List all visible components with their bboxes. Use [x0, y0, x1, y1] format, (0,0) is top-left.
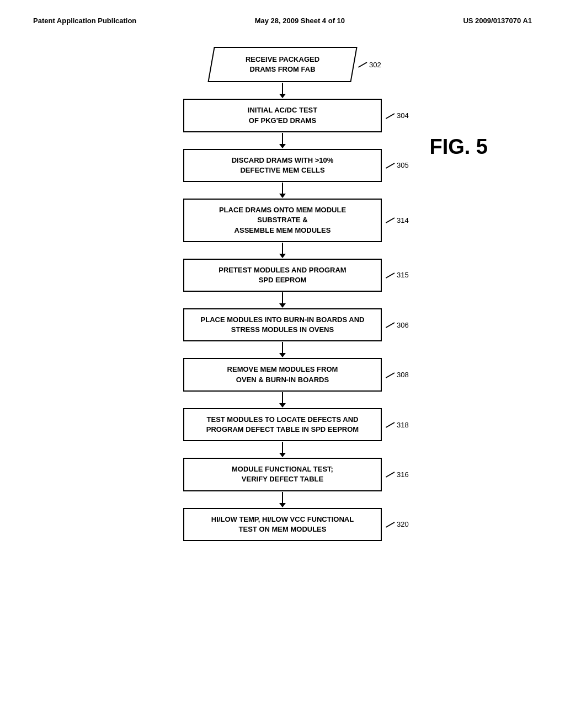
step-label-step5: 315: [385, 271, 409, 279]
box-step3: DISCARD DRAMS WITH >10%DEFECTIVE MEM CEL…: [183, 149, 382, 182]
header-right: US 2009/0137070 A1: [463, 17, 532, 25]
arrow-down: [279, 83, 286, 98]
arrow-line: [282, 392, 283, 403]
step-row-4: PLACE DRAMS ONTO MEM MODULESUBSTRATE &AS…: [33, 199, 532, 242]
arrow-3: [279, 182, 286, 199]
arrow-down: [279, 292, 286, 308]
arrow-head: [279, 503, 286, 507]
arrow-down: [279, 442, 286, 457]
arrow-head: [279, 254, 286, 258]
arrow-down: [279, 183, 286, 198]
step-label-step7: 308: [385, 371, 409, 379]
arrow-down: [279, 492, 286, 507]
arrow-9: [279, 491, 286, 508]
arrow-head: [279, 94, 286, 98]
arrow-1: [279, 82, 286, 99]
step-label-step2: 304: [385, 111, 409, 120]
step-row-6: PLACE MODULES INTO BURN-IN BOARDS ANDSTR…: [33, 308, 532, 341]
arrow-line: [282, 83, 283, 94]
arrow-8: [279, 441, 286, 458]
page: Patent Application Publication May 28, 2…: [0, 0, 565, 728]
arrow-line: [282, 243, 283, 254]
box-step8: TEST MODULES TO LOCATE DEFECTS ANDPROGRA…: [183, 408, 382, 441]
step-row-3: DISCARD DRAMS WITH >10%DEFECTIVE MEM CEL…: [33, 149, 532, 182]
box-text-step1: RECEIVE PACKAGEDDRAMS FROM FAB: [228, 55, 337, 74]
arrow-head: [279, 403, 286, 408]
step-row-7: REMOVE MEM MODULES FROMOVEN & BURN-IN BO…: [33, 358, 532, 391]
flow-wrapper: RECEIVE PACKAGEDDRAMS FROM FAB302 INITIA…: [33, 47, 532, 541]
arrow-6: [279, 341, 286, 358]
box-step2: INITIAL AC/DC TESTOF PKG'ED DRAMS: [183, 99, 382, 132]
step-label-step1: 302: [357, 61, 381, 69]
box-step10: HI/LOW TEMP, HI/LOW VCC FUNCTIONALTEST O…: [183, 508, 382, 541]
flow-diagram: FIG. 5 RECEIVE PACKAGEDDRAMS FROM FAB302…: [33, 47, 532, 541]
arrow-4: [279, 242, 286, 259]
step-label-step6: 306: [385, 321, 409, 329]
header-left: Patent Application Publication: [33, 17, 136, 25]
arrow-down: [279, 392, 286, 408]
arrow-head: [279, 144, 286, 148]
arrow-5: [279, 292, 286, 308]
box-step6: PLACE MODULES INTO BURN-IN BOARDS ANDSTR…: [183, 308, 382, 341]
box-step1: RECEIVE PACKAGEDDRAMS FROM FAB: [207, 47, 357, 82]
arrow-down: [279, 243, 286, 258]
arrow-line: [282, 492, 283, 503]
step-row-8: TEST MODULES TO LOCATE DEFECTS ANDPROGRA…: [33, 408, 532, 441]
box-step7: REMOVE MEM MODULES FROMOVEN & BURN-IN BO…: [183, 358, 382, 391]
box-step5: PRETEST MODULES AND PROGRAMSPD EEPROM: [183, 259, 382, 292]
arrow-line: [282, 183, 283, 194]
arrow-line: [282, 292, 283, 303]
step-label-step8: 318: [385, 421, 409, 429]
arrow-2: [279, 132, 286, 149]
header-center: May 28, 2009 Sheet 4 of 10: [255, 17, 345, 25]
arrow-7: [279, 392, 286, 408]
arrow-down: [279, 342, 286, 357]
page-header: Patent Application Publication May 28, 2…: [33, 17, 532, 25]
arrow-line: [282, 342, 283, 353]
step-row-9: MODULE FUNCTIONAL TEST;VERIFY DEFECT TAB…: [33, 458, 532, 491]
step-label-step3: 305: [385, 161, 409, 169]
arrow-head: [279, 353, 286, 357]
arrow-head: [279, 194, 286, 198]
step-label-step10: 320: [385, 520, 409, 528]
box-step9: MODULE FUNCTIONAL TEST;VERIFY DEFECT TAB…: [183, 458, 382, 491]
arrow-down: [279, 133, 286, 148]
step-row-5: PRETEST MODULES AND PROGRAMSPD EEPROM315: [33, 259, 532, 292]
arrow-line: [282, 442, 283, 453]
step-label-step4: 314: [385, 216, 409, 224]
arrow-head: [279, 453, 286, 457]
step-row-2: INITIAL AC/DC TESTOF PKG'ED DRAMS304: [33, 99, 532, 132]
step-row-10: HI/LOW TEMP, HI/LOW VCC FUNCTIONALTEST O…: [33, 508, 532, 541]
step-label-step9: 316: [385, 470, 409, 479]
step-row-1: RECEIVE PACKAGEDDRAMS FROM FAB302: [33, 47, 532, 82]
arrow-head: [279, 303, 286, 308]
box-step4: PLACE DRAMS ONTO MEM MODULESUBSTRATE &AS…: [183, 199, 382, 242]
arrow-line: [282, 133, 283, 144]
